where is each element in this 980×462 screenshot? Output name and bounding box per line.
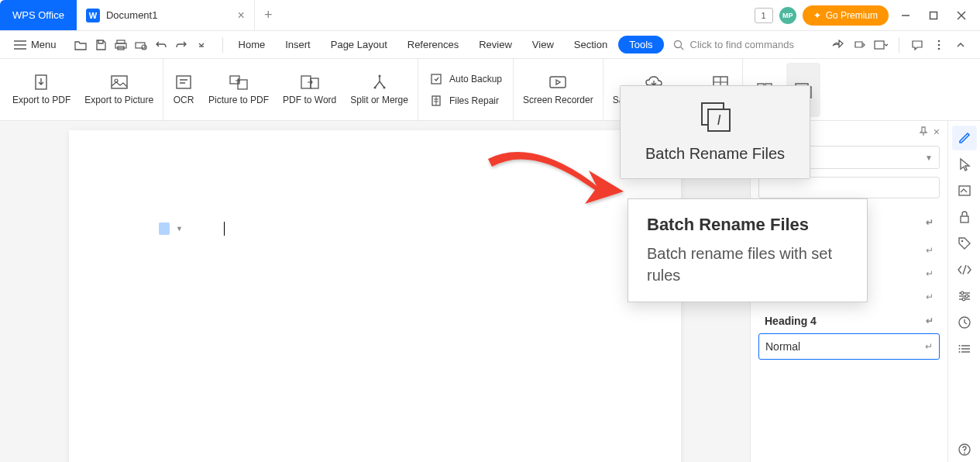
annotation-arrow bbox=[480, 143, 628, 221]
side-toolbar bbox=[947, 121, 980, 462]
page-marker-icon[interactable] bbox=[159, 222, 170, 235]
return-icon: ↵ bbox=[926, 315, 934, 326]
style-label: Heading 4 bbox=[765, 315, 817, 327]
go-premium-button[interactable]: ✦ Go Premium bbox=[803, 5, 889, 26]
style-item-heading4[interactable]: Heading 4 ↵ bbox=[758, 309, 940, 333]
auto-backup-button[interactable]: Auto Backup bbox=[423, 69, 508, 89]
undo-icon[interactable] bbox=[153, 36, 170, 53]
tooltip-description-label: Batch rename files with set rules bbox=[647, 243, 848, 286]
list-icon[interactable] bbox=[952, 336, 977, 361]
save-icon[interactable] bbox=[92, 36, 109, 53]
svg-point-11 bbox=[142, 45, 146, 50]
svg-rect-1 bbox=[930, 12, 937, 19]
new-tab-button[interactable]: + bbox=[255, 0, 282, 30]
user-avatar[interactable]: MP bbox=[779, 7, 796, 24]
collapse-ribbon-icon[interactable] bbox=[952, 36, 969, 53]
split-or-merge-button[interactable]: Split or Merge bbox=[346, 63, 413, 117]
export-picture-label: Export to Picture bbox=[84, 95, 153, 105]
tab-page-layout[interactable]: Page Layout bbox=[322, 34, 397, 55]
tag-icon[interactable] bbox=[952, 231, 977, 256]
export-to-picture-button[interactable]: Export to Picture bbox=[80, 63, 158, 117]
tab-tools[interactable]: Tools bbox=[618, 36, 663, 53]
settings-dropdown-icon[interactable] bbox=[872, 36, 889, 53]
svg-rect-29 bbox=[432, 74, 441, 84]
files-repair-icon bbox=[429, 94, 443, 108]
premium-icon: ✦ bbox=[813, 10, 821, 21]
screen-recorder-button[interactable]: Screen Recorder bbox=[518, 63, 598, 117]
tab-references[interactable]: References bbox=[398, 34, 468, 55]
svg-point-26 bbox=[378, 75, 380, 78]
history-icon[interactable] bbox=[952, 310, 977, 335]
document-tab[interactable]: W Document1 × bbox=[77, 0, 255, 30]
batch-rename-tooltip: Batch Rename Files Batch rename files wi… bbox=[628, 198, 868, 302]
sliders-icon[interactable] bbox=[952, 284, 977, 309]
tab-home[interactable]: Home bbox=[229, 34, 275, 55]
close-window-button[interactable] bbox=[951, 5, 972, 26]
text-caret bbox=[224, 222, 225, 236]
title-bar: WPS Office W Document1 × + 1 MP ✦ Go Pre… bbox=[0, 0, 980, 31]
print-icon[interactable] bbox=[112, 36, 129, 53]
auto-backup-icon bbox=[429, 72, 443, 86]
files-repair-button[interactable]: Files Repair bbox=[423, 91, 508, 111]
share-icon[interactable] bbox=[829, 36, 846, 53]
lock-icon[interactable] bbox=[952, 205, 977, 229]
svg-point-44 bbox=[961, 291, 964, 295]
maximize-button[interactable] bbox=[923, 5, 944, 26]
menu-button[interactable]: Menu bbox=[6, 36, 64, 53]
pin-icon[interactable] bbox=[918, 126, 929, 138]
screen-recorder-label: Screen Recorder bbox=[523, 95, 593, 105]
style-search-input[interactable] bbox=[758, 177, 940, 198]
svg-point-28 bbox=[383, 87, 385, 89]
comments-icon[interactable] bbox=[909, 36, 926, 53]
navigation-icon[interactable] bbox=[952, 178, 977, 203]
chevron-down-icon[interactable]: ▼ bbox=[176, 225, 183, 233]
batch-rename-popover: I Batch Rename Files bbox=[620, 85, 810, 179]
tooltip-title-label: Batch Rename Files bbox=[647, 215, 848, 235]
export-to-pdf-button[interactable]: Export to PDF bbox=[8, 63, 75, 117]
style-item-normal[interactable]: Normal ↵ bbox=[758, 333, 940, 360]
print-preview-icon[interactable] bbox=[132, 36, 150, 53]
batch-rename-large-icon: I bbox=[697, 100, 733, 134]
minimize-button[interactable] bbox=[895, 5, 916, 26]
help-icon[interactable] bbox=[952, 437, 977, 462]
export-pdf-label: Export to PDF bbox=[12, 95, 70, 105]
picture-to-pdf-icon bbox=[228, 73, 249, 91]
pdf-to-word-button[interactable]: PDF to Word bbox=[278, 63, 341, 117]
app-tab[interactable]: WPS Office bbox=[0, 0, 77, 30]
menu-bar: Menu Home Insert Page Layout References … bbox=[0, 31, 980, 59]
svg-point-52 bbox=[958, 348, 960, 350]
pdf-to-word-label: PDF to Word bbox=[283, 95, 336, 105]
search-icon bbox=[673, 40, 684, 50]
tab-view[interactable]: View bbox=[523, 34, 563, 55]
export-pdf-icon bbox=[31, 73, 53, 91]
document-icon: W bbox=[86, 9, 100, 22]
svg-text:I: I bbox=[717, 112, 720, 128]
picture-to-pdf-button[interactable]: Picture to PDF bbox=[204, 63, 273, 117]
close-panel-icon[interactable]: × bbox=[934, 126, 940, 138]
sync-icon[interactable] bbox=[851, 36, 868, 53]
premium-label: Go Premium bbox=[826, 10, 878, 21]
select-icon[interactable] bbox=[952, 152, 977, 177]
popover-header[interactable]: I Batch Rename Files bbox=[621, 86, 810, 178]
edit-mode-icon[interactable] bbox=[952, 126, 977, 150]
picture-to-pdf-label: Picture to PDF bbox=[208, 95, 269, 105]
notification-badge[interactable]: 1 bbox=[755, 8, 773, 23]
document-title-label: Document1 bbox=[106, 9, 157, 21]
tab-review[interactable]: Review bbox=[469, 34, 521, 55]
ocr-button[interactable]: OCR bbox=[168, 63, 199, 117]
tab-insert[interactable]: Insert bbox=[276, 34, 320, 55]
pdf-to-word-icon bbox=[299, 73, 321, 91]
auto-backup-label: Auto Backup bbox=[449, 74, 502, 84]
open-icon[interactable] bbox=[72, 36, 89, 53]
return-icon: ↵ bbox=[925, 341, 933, 352]
code-icon[interactable] bbox=[952, 257, 977, 282]
redo-icon[interactable] bbox=[173, 36, 190, 53]
command-search[interactable]: Click to find commands bbox=[665, 39, 827, 50]
menu-label: Menu bbox=[31, 39, 57, 50]
chevron-down-icon: ▼ bbox=[925, 153, 933, 162]
tab-section[interactable]: Section bbox=[565, 34, 617, 55]
close-tab-icon[interactable]: × bbox=[238, 9, 245, 22]
svg-point-16 bbox=[938, 43, 940, 46]
qat-more-icon[interactable] bbox=[193, 36, 210, 53]
more-icon[interactable] bbox=[930, 36, 947, 53]
